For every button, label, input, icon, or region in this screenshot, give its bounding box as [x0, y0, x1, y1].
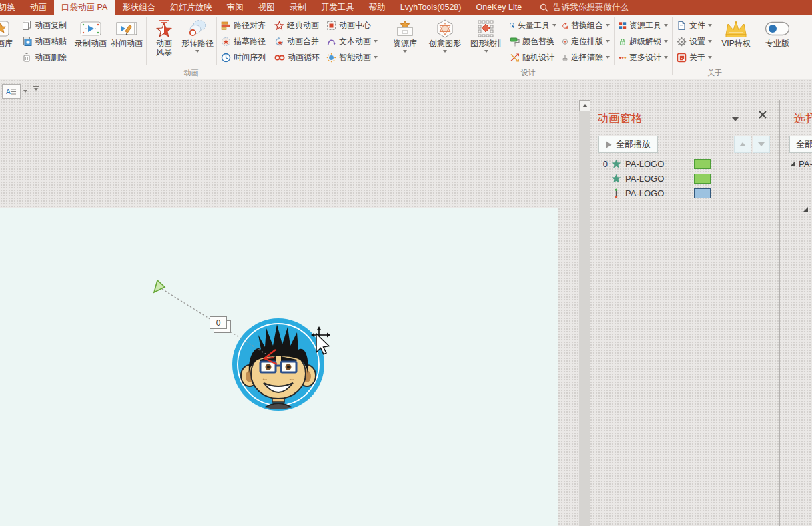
classic-animation-button[interactable]: 经典动画: [272, 17, 324, 33]
button-label: 全部显示: [796, 138, 812, 150]
animation-paste-button[interactable]: 动画粘贴: [19, 33, 69, 49]
tab-label: 幻灯片放映: [170, 2, 212, 13]
collapse-ribbon-button[interactable]: [33, 84, 39, 91]
tab-developer[interactable]: 开发工具: [314, 0, 362, 15]
animation-delete-button[interactable]: 动画删除: [19, 49, 69, 65]
tab-view[interactable]: 视图: [251, 0, 282, 15]
button-label: 资源工具: [629, 20, 661, 31]
shape-wrap-icon: [476, 19, 496, 39]
tab-shape-combine[interactable]: 形状组合: [115, 0, 163, 15]
pro-version-toggle[interactable]: 专业版: [759, 15, 796, 69]
tell-me-search[interactable]: 告诉我你想要做什么: [540, 0, 629, 15]
chevron-down-icon[interactable]: [23, 90, 27, 93]
scroll-up-button[interactable]: [579, 100, 590, 111]
ribbon: 动画库 动画复制 动画粘贴 动画删除 录制动画: [0, 15, 812, 79]
tab-label: 帮助: [369, 2, 386, 13]
selection-item-label: PA-LOGO: [799, 159, 812, 169]
button-label: 动画复制: [35, 20, 67, 31]
timeline-bar[interactable]: [694, 188, 711, 198]
animation-order-number: 0: [590, 159, 608, 169]
tab-lvyhtools[interactable]: LvyhTools(0528): [393, 0, 469, 15]
group-label-empty: [759, 69, 796, 79]
tween-animation-button[interactable]: 补间动画: [109, 15, 145, 69]
timeline-bar[interactable]: [694, 174, 711, 184]
animation-item[interactable]: PA-LOGO: [590, 171, 779, 186]
button-label: 风暴: [156, 48, 172, 57]
animation-loop-button[interactable]: 动画循环: [272, 49, 324, 65]
reorder-down-button[interactable]: [753, 136, 770, 153]
close-icon[interactable]: [757, 109, 768, 120]
reorder-up-button[interactable]: [734, 136, 751, 153]
group-separator: [672, 17, 673, 75]
about-button[interactable]: 关于: [674, 49, 717, 65]
play-icon: [606, 141, 612, 148]
tab-slideshow[interactable]: 幻灯片放映: [163, 0, 220, 15]
timeline-bar[interactable]: [694, 159, 711, 169]
animation-merge-button[interactable]: 动画合并: [272, 33, 324, 49]
tab-label: 口袋动画 PA: [61, 2, 107, 13]
gear-icon: [677, 37, 687, 47]
animation-item[interactable]: 0 PA-LOGO: [590, 156, 779, 171]
pa-logo-avatar[interactable]: [232, 318, 325, 411]
entrance-star-icon: [611, 174, 621, 184]
random-design-button[interactable]: 随机设计: [507, 49, 559, 65]
text-animation-button[interactable]: 文本动画: [324, 33, 382, 49]
replace-combo-button[interactable]: 替换组合: [559, 17, 613, 33]
tab-record[interactable]: 录制: [282, 0, 314, 15]
tab-onekey-lite[interactable]: OneKey Lite: [468, 0, 529, 15]
play-all-button[interactable]: 全部播放: [598, 136, 658, 153]
button-label: 专业版: [765, 39, 789, 48]
animation-center-button[interactable]: 动画中心: [324, 17, 382, 33]
animation-item[interactable]: PA-LOGO: [590, 186, 779, 200]
resource-tools-button[interactable]: 资源工具: [616, 17, 671, 33]
entrance-star-icon: [611, 159, 621, 169]
settings-button[interactable]: 设置: [674, 33, 717, 49]
shape-wrap-button[interactable]: 图形绕排: [466, 15, 507, 69]
record-animation-button[interactable]: 录制动画: [73, 15, 109, 69]
expander-triangle-icon[interactable]: [803, 207, 808, 212]
vertical-scrollbar[interactable]: [579, 100, 590, 526]
selection-subitem[interactable]: [803, 207, 808, 212]
tab-review[interactable]: 审阅: [220, 0, 251, 15]
ribbon-group-pro: 专业版: [759, 15, 796, 79]
shape-to-path-button[interactable]: 形转路径: [180, 15, 215, 69]
vector-tools-button[interactable]: 矢量工具: [507, 17, 559, 33]
position-layout-button[interactable]: 定位排版: [559, 33, 613, 49]
expander-triangle-icon[interactable]: [790, 162, 795, 166]
smart-animation-button[interactable]: 智能动画: [324, 49, 382, 65]
tab-animations[interactable]: 动画: [23, 0, 54, 15]
tab-pocket-animation[interactable]: 口袋动画 PA: [54, 0, 115, 15]
path-align-button[interactable]: 路径对齐: [218, 17, 272, 33]
super-unlock-button[interactable]: 超级解锁: [616, 33, 671, 49]
animation-storm-button[interactable]: 动画 风暴: [148, 15, 180, 69]
select-clear-icon: [562, 53, 568, 63]
more-design-button[interactable]: 更多设计: [616, 49, 671, 65]
animation-list-button[interactable]: A: [2, 84, 21, 99]
trash-icon: [21, 52, 32, 63]
selection-item[interactable]: PA-LOGO: [790, 159, 812, 169]
pane-menu-chevron-icon[interactable]: [732, 117, 739, 121]
group-separator: [146, 17, 147, 65]
creative-shapes-button[interactable]: 创意图形: [424, 15, 466, 69]
file-menu-button[interactable]: 文件: [674, 17, 717, 33]
select-clear-button[interactable]: 选择清除: [559, 49, 613, 65]
resource-library-button[interactable]: 资源库: [386, 15, 424, 69]
tab-transitions[interactable]: 切换: [0, 0, 23, 15]
vip-privilege-button[interactable]: VIP特权: [717, 15, 755, 69]
search-placeholder: 告诉我你想要做什么: [553, 2, 629, 13]
animation-library-button[interactable]: 动画库: [0, 15, 19, 69]
animation-copy-button[interactable]: 动画复制: [19, 17, 69, 33]
animation-order-badge[interactable]: 0: [210, 316, 227, 329]
pane-divider[interactable]: [779, 100, 780, 526]
time-sequence-button[interactable]: 时间序列: [218, 49, 272, 65]
animation-pane: 动画窗格 全部播放 0 PA-LOGO PA-LOGO PA-LOGO: [590, 100, 779, 526]
color-replace-button[interactable]: 颜色替换: [507, 33, 559, 49]
show-all-button[interactable]: 全部显示: [789, 136, 812, 153]
tab-label: 审阅: [227, 2, 244, 13]
button-label: 文本动画: [339, 36, 371, 47]
text-animation-icon: [326, 37, 336, 47]
resource-library-icon: [394, 19, 416, 38]
trace-path-button[interactable]: 描摹路径: [218, 33, 272, 49]
tab-help[interactable]: 帮助: [362, 0, 393, 15]
animation-center-icon: [326, 21, 336, 31]
